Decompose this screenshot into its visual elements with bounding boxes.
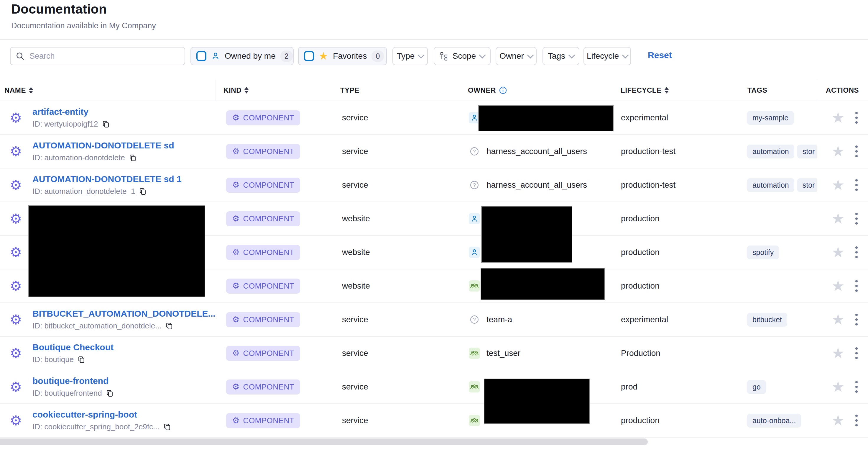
info-icon[interactable] xyxy=(499,86,507,94)
favorite-star-icon[interactable]: ★ xyxy=(832,279,845,293)
kind-badge-label: COMPONENT xyxy=(243,382,294,391)
favorite-star-icon[interactable]: ★ xyxy=(832,144,845,159)
column-header-name[interactable]: NAME xyxy=(4,80,33,100)
copy-icon[interactable] xyxy=(102,120,110,128)
sort-icon[interactable] xyxy=(244,87,249,93)
table-row[interactable]: ⚙ boutique-frontend ID: boutiquefrontend… xyxy=(0,370,868,404)
question-owner-icon: ? xyxy=(469,179,480,191)
entity-name-link[interactable]: AUTOMATION-DONOTDELETE sd 1 xyxy=(32,174,182,184)
gear-icon: ⚙ xyxy=(232,214,240,223)
row-menu-kebab-icon[interactable] xyxy=(854,379,860,394)
copy-icon[interactable] xyxy=(163,423,171,431)
favorites-count: 0 xyxy=(371,51,384,62)
row-menu-kebab-icon[interactable] xyxy=(854,110,860,125)
column-header-kind[interactable]: KIND xyxy=(223,80,249,100)
favorites-checkbox[interactable] xyxy=(304,51,314,61)
favorite-star-icon[interactable]: ★ xyxy=(832,346,845,360)
type-value: service xyxy=(342,349,368,358)
entity-name-link[interactable]: boutique-frontend xyxy=(32,376,114,386)
svg-text:?: ? xyxy=(473,317,475,323)
gear-icon: ⚙ xyxy=(232,349,240,357)
entity-name-link[interactable]: cookiecutter-spring-boot xyxy=(32,410,171,419)
redacted-region xyxy=(481,268,604,299)
table-row[interactable]: ⚙ artifact-entity ID: wertyuiopoigf12 ⚙ … xyxy=(0,101,868,135)
sort-icon[interactable] xyxy=(29,87,33,93)
owned-by-me-count: 2 xyxy=(280,51,293,62)
row-menu-kebab-icon[interactable] xyxy=(854,177,860,193)
row-menu-kebab-icon[interactable] xyxy=(854,312,860,327)
tags-cell xyxy=(743,337,817,370)
entity-name-link[interactable]: AUTOMATION-DONOTDELETE sd xyxy=(32,141,174,150)
entity-name-link[interactable]: Boutique Checkout xyxy=(32,342,114,352)
entity-id: ID: cookiecutter_spring_boot_2e9fc... xyxy=(32,422,159,431)
horizontal-scrollbar-thumb[interactable] xyxy=(0,438,648,445)
row-menu-kebab-icon[interactable] xyxy=(854,144,860,159)
row-menu-kebab-icon[interactable] xyxy=(854,413,860,428)
kind-badge-label: COMPONENT xyxy=(243,147,294,156)
entity-name-link[interactable]: artifact-entity xyxy=(32,107,110,117)
kind-badge-label: COMPONENT xyxy=(243,349,294,358)
copy-icon[interactable] xyxy=(105,389,114,398)
type-value: website xyxy=(342,247,370,257)
row-menu-kebab-icon[interactable] xyxy=(854,278,860,294)
column-header-actions: ACTIONS xyxy=(826,80,859,100)
group-owner-icon xyxy=(469,348,480,359)
copy-icon[interactable] xyxy=(77,356,86,364)
favorite-star-icon[interactable]: ★ xyxy=(832,110,845,125)
tag-chip: stor xyxy=(797,145,817,158)
copy-icon[interactable] xyxy=(129,154,137,162)
owned-by-me-filter[interactable]: Owned by me 2 xyxy=(190,47,294,65)
search-input[interactable] xyxy=(29,51,172,61)
lifecycle-filter-label: Lifecycle xyxy=(587,51,619,61)
type-value: service xyxy=(342,382,368,391)
favorites-filter[interactable]: ★ Favorites 0 xyxy=(298,47,387,65)
owned-by-me-checkbox[interactable] xyxy=(196,51,206,61)
entity-name-link[interactable]: BITBUCKET_AUTOMATION_DONOTDELE... xyxy=(32,309,216,319)
table-row[interactable]: ⚙ AUTOMATION-DONOTDELETE sd 1 ID: automa… xyxy=(0,169,868,202)
question-owner-icon: ? xyxy=(469,314,480,325)
favorite-star-icon[interactable]: ★ xyxy=(832,413,845,428)
owner-value: harness_account_all_users xyxy=(487,180,587,190)
tags-cell: auto-onboa... xyxy=(743,404,817,437)
sort-icon[interactable] xyxy=(664,87,669,93)
table-row[interactable]: ⚙ cookiecutter-spring-boot ID: cookiecut… xyxy=(0,404,868,438)
favorite-star-icon[interactable]: ★ xyxy=(832,211,845,226)
catalog-table: NAME KIND TYPE OWNER LIFECYCLE TAGS ACTI… xyxy=(0,80,868,438)
table-row[interactable]: ⚙ Boutique Checkout ID: boutique ⚙ COMPO… xyxy=(0,337,868,370)
owner-value: team-a xyxy=(487,315,512,324)
type-value: service xyxy=(342,180,368,190)
gear-icon: ⚙ xyxy=(232,248,240,257)
search-box[interactable] xyxy=(10,47,185,65)
reset-filters-button[interactable]: Reset xyxy=(648,50,672,60)
favorite-star-icon[interactable]: ★ xyxy=(832,178,845,193)
search-icon xyxy=(16,51,25,61)
chevron-down-icon xyxy=(479,52,486,58)
copy-icon[interactable] xyxy=(165,322,173,330)
gear-icon: ⚙ xyxy=(232,114,240,122)
star-icon: ★ xyxy=(319,51,328,61)
gear-icon: ⚙ xyxy=(232,181,240,189)
favorite-star-icon[interactable]: ★ xyxy=(832,379,845,394)
entity-id: ID: boutique xyxy=(32,355,74,364)
table-row[interactable]: ⚙ AUTOMATION-DONOTDELETE sd ID: automati… xyxy=(0,135,868,169)
column-header-lifecycle[interactable]: LIFECYCLE xyxy=(621,80,669,100)
scope-filter-dropdown[interactable]: Scope xyxy=(434,47,491,65)
kind-badge: ⚙ COMPONENT xyxy=(226,144,300,159)
tag-chip: stor xyxy=(797,178,817,192)
type-filter-dropdown[interactable]: Type xyxy=(393,47,428,65)
row-menu-kebab-icon[interactable] xyxy=(854,245,860,260)
row-menu-kebab-icon[interactable] xyxy=(854,346,860,361)
tags-filter-dropdown[interactable]: Tags xyxy=(542,47,579,65)
favorite-star-icon[interactable]: ★ xyxy=(832,245,845,260)
owner-filter-dropdown[interactable]: Owner xyxy=(496,47,536,65)
kind-badge-label: COMPONENT xyxy=(243,214,294,223)
tags-cell: my-sample xyxy=(743,101,817,134)
row-menu-kebab-icon[interactable] xyxy=(854,211,860,226)
table-row[interactable]: ⚙ BITBUCKET_AUTOMATION_DONOTDELE... ID: … xyxy=(0,303,868,337)
favorite-star-icon[interactable]: ★ xyxy=(832,312,845,327)
lifecycle-filter-dropdown[interactable]: Lifecycle xyxy=(584,47,631,65)
copy-icon[interactable] xyxy=(138,187,147,196)
gear-icon: ⚙ xyxy=(232,147,240,155)
kind-badge-label: COMPONENT xyxy=(243,113,294,122)
lifecycle-value: production xyxy=(621,214,659,223)
